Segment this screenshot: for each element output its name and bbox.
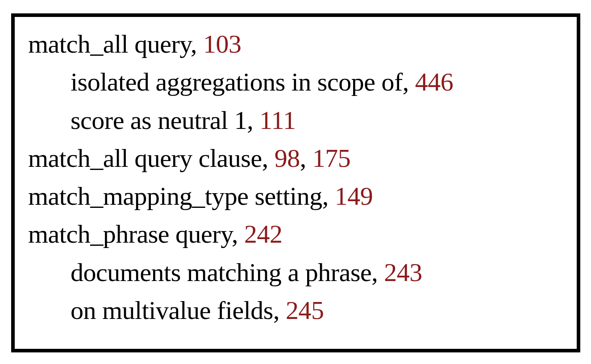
page-reference[interactable]: 149 [335,182,373,211]
page-reference[interactable]: 111 [259,106,296,135]
separator: , [191,29,203,58]
entry-text: match_mapping_type setting [28,182,322,211]
index-subentry: on multivalue fields, 245 [28,291,563,329]
page-reference[interactable]: 175 [312,144,351,173]
index-entry: match_mapping_type setting, 149 [28,177,563,215]
separator: , [403,67,415,96]
separator: , [300,144,312,173]
page-reference[interactable]: 98 [275,144,300,173]
entry-text: match_all query [28,29,191,58]
index-subentry: documents matching a phrase, 243 [28,253,563,291]
separator: , [371,258,384,287]
page-reference[interactable]: 242 [244,219,283,248]
entry-text: on multivalue fields [71,296,273,325]
page-reference[interactable]: 446 [415,67,454,96]
index-subentry: isolated aggregations in scope of, 446 [28,63,563,101]
page-reference[interactable]: 245 [286,296,324,325]
index-entry: match_all query clause, 98, 175 [28,139,563,177]
separator: , [232,219,244,248]
entry-text: documents matching a phrase [71,258,371,287]
index-entry: match_all query, 103 [28,25,563,63]
separator: , [273,296,286,325]
page-reference[interactable]: 243 [384,258,422,287]
index-container: match_all query, 103 isolated aggregatio… [11,13,580,352]
entry-text: isolated aggregations in scope of [71,67,403,96]
index-subentry: score as neutral 1, 111 [28,101,563,139]
entry-text: match_all query clause [28,144,262,173]
separator: , [262,144,275,173]
entry-text: score as neutral 1 [71,106,247,135]
page-reference[interactable]: 103 [203,29,241,58]
separator: , [322,182,335,211]
separator: , [247,106,259,135]
index-entry: match_phrase query, 242 [28,215,563,253]
entry-text: match_phrase query [28,219,232,248]
